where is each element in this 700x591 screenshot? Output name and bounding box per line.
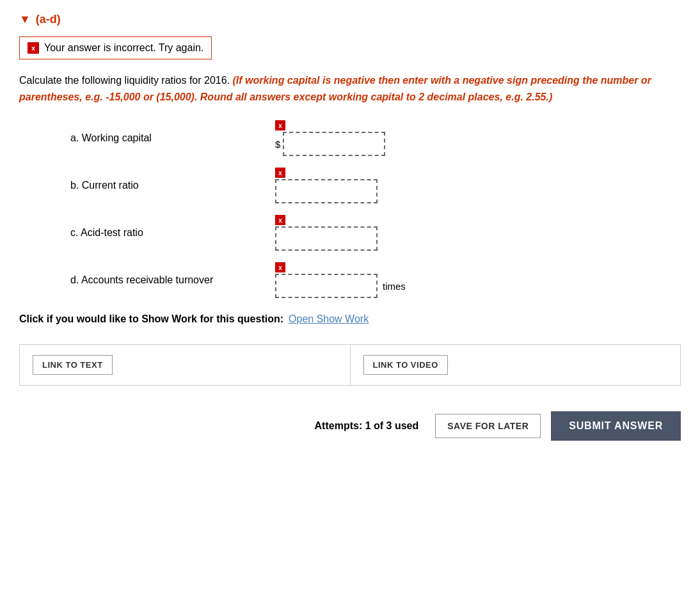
link-to-video-button[interactable]: LINK TO VIDEO bbox=[363, 355, 448, 375]
x-marker-ar-turnover: x bbox=[275, 262, 285, 272]
link-to-video-cell: LINK TO VIDEO bbox=[351, 345, 681, 385]
label-acid-test: c. Acid-test ratio bbox=[70, 227, 275, 239]
open-show-work-link[interactable]: Open Show Work bbox=[289, 313, 369, 325]
row-acid-test: c. Acid-test ratio x bbox=[70, 215, 681, 251]
input-working-capital[interactable] bbox=[283, 132, 385, 156]
show-work-label: Click if you would like to Show Work for… bbox=[19, 313, 283, 325]
attempts-text: Attempts: 1 of 3 used bbox=[315, 420, 419, 432]
input-group-working-capital: x $ bbox=[275, 120, 385, 156]
incorrect-icon: x bbox=[28, 42, 39, 54]
question-text: Calculate the following liquidity ratios… bbox=[19, 72, 681, 105]
section-header: ▼ (a-d) bbox=[19, 13, 681, 26]
question-static: Calculate the following liquidity ratios… bbox=[19, 75, 233, 86]
collapse-icon[interactable]: ▼ bbox=[19, 13, 31, 26]
bottom-bar: Attempts: 1 of 3 used SAVE FOR LATER SUB… bbox=[19, 405, 681, 447]
submit-answer-button[interactable]: SUBMIT ANSWER bbox=[551, 411, 681, 441]
show-work-row: Click if you would like to Show Work for… bbox=[19, 313, 681, 325]
input-current-ratio[interactable] bbox=[275, 179, 378, 203]
x-marker-acid-test: x bbox=[275, 215, 285, 225]
save-for-later-button[interactable]: SAVE FOR LATER bbox=[435, 414, 541, 438]
link-buttons-section: LINK TO TEXT LINK TO VIDEO bbox=[19, 344, 681, 386]
label-working-capital: a. Working capital bbox=[70, 132, 275, 144]
suffix-ar-turnover: times bbox=[383, 281, 406, 292]
input-group-current-ratio: x bbox=[275, 168, 378, 203]
row-working-capital: a. Working capital x $ bbox=[70, 120, 681, 156]
label-ar-turnover: d. Accounts receivable turnover bbox=[70, 274, 275, 286]
input-ar-turnover[interactable] bbox=[275, 274, 378, 298]
row-ar-turnover: d. Accounts receivable turnover x times bbox=[70, 262, 681, 298]
incorrect-banner: x Your answer is incorrect. Try again. bbox=[19, 36, 212, 59]
incorrect-message: Your answer is incorrect. Try again. bbox=[44, 42, 203, 54]
x-marker-current-ratio: x bbox=[275, 168, 285, 178]
input-acid-test[interactable] bbox=[275, 226, 378, 251]
prefix-working-capital: $ bbox=[275, 139, 280, 150]
link-to-text-button[interactable]: LINK TO TEXT bbox=[33, 355, 113, 375]
x-marker-working-capital: x bbox=[275, 120, 285, 130]
row-current-ratio: b. Current ratio x bbox=[70, 168, 681, 203]
input-section: a. Working capital x $ b. Current ratio … bbox=[70, 120, 681, 298]
input-with-prefix-working-capital: $ bbox=[275, 132, 385, 156]
link-to-text-cell: LINK TO TEXT bbox=[20, 345, 351, 385]
input-with-suffix-ar-turnover: times bbox=[275, 274, 406, 298]
input-group-ar-turnover: x times bbox=[275, 262, 406, 298]
main-container: ▼ (a-d) x Your answer is incorrect. Try … bbox=[0, 0, 700, 460]
label-current-ratio: b. Current ratio bbox=[70, 180, 275, 191]
section-title: (a-d) bbox=[36, 13, 61, 26]
input-group-acid-test: x bbox=[275, 215, 378, 251]
